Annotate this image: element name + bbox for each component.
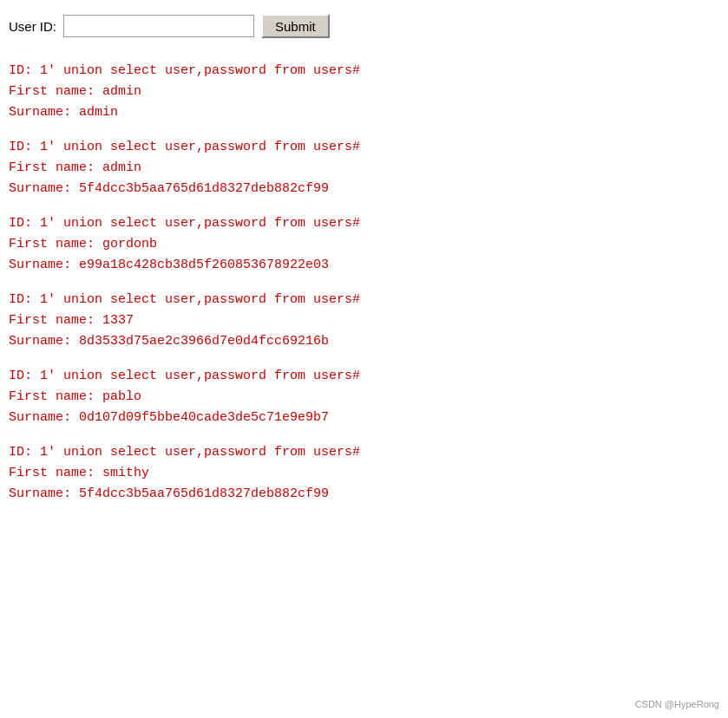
surname-line: Surname: e99a18c428cb38d5f260853678922e0… [9,255,719,276]
watermark: CSDN @HypeRong [635,699,719,709]
result-block: ID: 1' union select user,password from u… [9,61,719,123]
surname-line: Surname: admin [9,102,719,123]
id-line: ID: 1' union select user,password from u… [9,290,719,310]
surname-line: Surname: 8d3533d75ae2c3966d7e0d4fcc69216… [9,331,719,352]
first-name-line: First name: gordonb [9,234,719,255]
surname-line: Surname: 5f4dcc3b5aa765d61d8327deb882cf9… [9,179,719,199]
user-id-input[interactable] [63,15,254,37]
surname-line: Surname: 0d107d09f5bbe40cade3de5c71e9e9b… [9,408,719,428]
submit-button[interactable]: Submit [261,14,330,38]
id-line: ID: 1' union select user,password from u… [9,213,719,234]
result-block: ID: 1' union select user,password from u… [9,442,719,505]
header-row: User ID: Submit [9,9,719,43]
id-line: ID: 1' union select user,password from u… [9,442,719,463]
result-block: ID: 1' union select user,password from u… [9,213,719,276]
result-block: ID: 1' union select user,password from u… [9,137,719,199]
user-id-label: User ID: [9,19,56,34]
result-block: ID: 1' union select user,password from u… [9,366,719,428]
results-container: ID: 1' union select user,password from u… [9,57,719,522]
first-name-line: First name: pablo [9,387,719,408]
first-name-line: First name: 1337 [9,310,719,331]
id-line: ID: 1' union select user,password from u… [9,137,719,158]
id-line: ID: 1' union select user,password from u… [9,61,719,82]
first-name-line: First name: admin [9,82,719,102]
id-line: ID: 1' union select user,password from u… [9,366,719,387]
result-block: ID: 1' union select user,password from u… [9,290,719,352]
surname-line: Surname: 5f4dcc3b5aa765d61d8327deb882cf9… [9,484,719,505]
first-name-line: First name: admin [9,158,719,179]
first-name-line: First name: smithy [9,463,719,484]
